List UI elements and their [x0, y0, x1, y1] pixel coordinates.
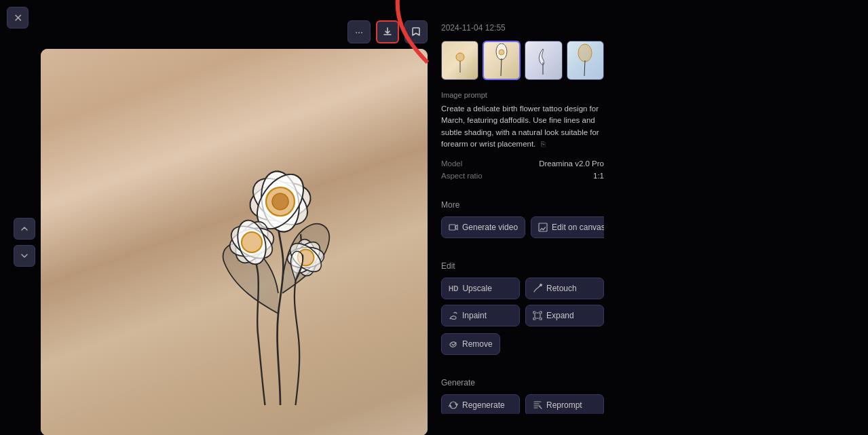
chevron-down-icon [20, 252, 29, 260]
chevron-up-icon [20, 225, 29, 233]
model-label: Model [441, 159, 462, 168]
tattoo-illustration [165, 90, 396, 415]
aspect-label: Aspect ratio [441, 172, 483, 180]
canvas-icon [538, 223, 548, 232]
svg-point-20 [456, 53, 464, 61]
right-panel: 2024-11-04 12:55 [428, 20, 604, 414]
video-icon [449, 223, 458, 232]
thumbnail-3[interactable] [525, 41, 562, 80]
thumbnail-2[interactable] [483, 41, 521, 80]
bookmark-icon [411, 26, 421, 37]
image-toolbar: ··· [347, 20, 428, 43]
retouch-icon [533, 284, 542, 293]
remove-button[interactable]: Remove [441, 333, 500, 355]
svg-rect-24 [449, 225, 455, 230]
svg-rect-27 [535, 313, 540, 318]
prev-button[interactable] [14, 218, 35, 240]
download-icon [382, 26, 393, 37]
bookmark-button[interactable] [404, 20, 428, 43]
expand-button[interactable]: Expand [525, 305, 604, 326]
close-button[interactable]: ✕ [7, 7, 29, 29]
expand-icon [533, 311, 542, 320]
remove-icon [449, 339, 458, 349]
prompt-text: Create a delicate birth flower tattoo de… [441, 103, 604, 150]
nav-buttons [14, 218, 35, 267]
regenerate-button[interactable]: Regenerate [441, 394, 520, 414]
more-options-button[interactable]: ··· [347, 20, 371, 43]
upscale-button[interactable]: HD Upscale [441, 278, 520, 299]
edit-section-title: Edit [441, 261, 604, 271]
thumbnails-row [441, 41, 604, 80]
next-button[interactable] [14, 245, 35, 267]
svg-point-26 [540, 284, 542, 286]
edit-actions-grid: HD Upscale Retouch Inpaint [441, 278, 604, 326]
timestamp: 2024-11-04 12:55 [441, 23, 604, 33]
inpaint-icon [449, 311, 458, 320]
generate-section-title: Generate [441, 378, 604, 387]
image-section: ··· [41, 20, 428, 435]
thumbnail-4[interactable] [567, 41, 604, 80]
reprompt-button[interactable]: Reprompt [525, 394, 604, 414]
generate-actions-grid: Regenerate Reprompt [441, 394, 604, 414]
copy-prompt-button[interactable]: ⎘ [541, 138, 546, 150]
generate-video-button[interactable]: Generate video [441, 216, 525, 238]
more-section-title: More [441, 200, 604, 210]
svg-point-8 [272, 193, 288, 210]
svg-point-23 [578, 44, 592, 62]
inpaint-button[interactable]: Inpaint [441, 305, 520, 326]
regenerate-icon [449, 400, 458, 410]
more-icon: ··· [355, 26, 363, 37]
model-row: Model Dreamina v2.0 Pro [441, 159, 604, 168]
aspect-value: 1:1 [593, 172, 604, 180]
edit-on-canvas-button[interactable]: Edit on canvas [531, 216, 604, 238]
download-button[interactable] [376, 20, 399, 43]
retouch-button[interactable]: Retouch [525, 278, 604, 299]
more-actions-grid: Generate video Edit on canvas [441, 216, 604, 238]
model-value: Dreamina v2.0 Pro [539, 159, 604, 168]
thumbnail-1[interactable] [441, 41, 478, 80]
svg-point-22 [499, 50, 504, 55]
aspect-row: Aspect ratio 1:1 [441, 172, 604, 180]
main-image [41, 49, 428, 435]
hd-icon: HD [449, 285, 458, 292]
svg-point-14 [242, 232, 262, 252]
prompt-label: Image prompt [441, 91, 604, 99]
reprompt-icon [533, 400, 542, 410]
overlay: ✕ ··· [0, 0, 868, 435]
